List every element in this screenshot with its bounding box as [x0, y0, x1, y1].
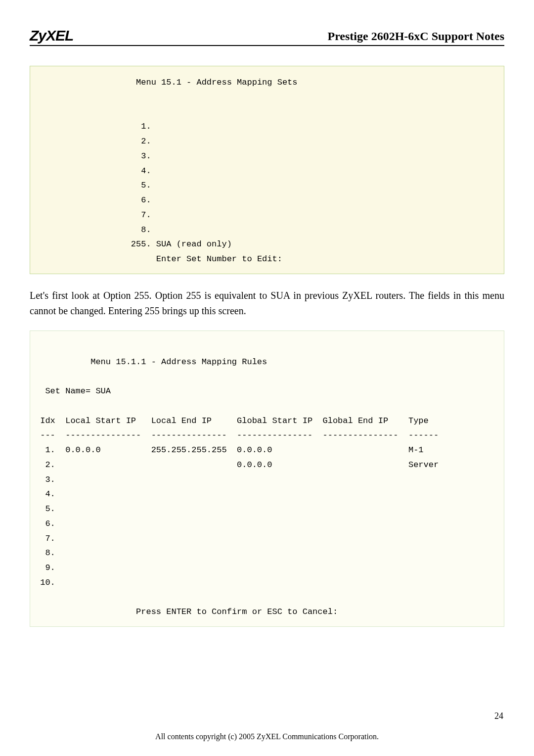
table-row: 1. 0.0.0.0 255.255.255.255 0.0.0.0 M-1	[40, 445, 423, 455]
table-header-row: Idx Local Start IP Local End IP Global S…	[40, 416, 429, 425]
terminal-title: Menu 15.1 - Address Mapping Sets	[136, 78, 297, 87]
table-row: 8.	[40, 548, 55, 558]
table-divider: --- --------------- --------------- ----…	[40, 430, 439, 440]
table-row: 9.	[40, 563, 55, 572]
terminal-title: Menu 15.1.1 - Address Mapping Rules	[90, 357, 267, 367]
logo: ZyXEL	[30, 27, 73, 44]
list-item: 5.	[141, 181, 151, 190]
table-row: 10.	[40, 578, 55, 587]
terminal-prompt: Press ENTER to Confirm or ESC to Cancel:	[136, 607, 338, 616]
set-name-label: Set Name= SUA	[45, 386, 111, 396]
footer-copyright: All contents copyright (c) 2005 ZyXEL Co…	[0, 732, 534, 741]
list-item: 8.	[141, 225, 151, 235]
terminal-menu-15-1-1: Menu 15.1.1 - Address Mapping Rules Set …	[30, 331, 504, 627]
page-number: 24	[494, 711, 503, 721]
document-title: Prestige 2602H-6xC Support Notes	[327, 30, 504, 44]
table-row: 5.	[40, 504, 55, 514]
list-item: 2.	[141, 137, 151, 146]
page-header: ZyXEL Prestige 2602H-6xC Support Notes	[30, 27, 504, 46]
terminal-menu-15-1: Menu 15.1 - Address Mapping Sets 1. 2. 3…	[30, 66, 504, 274]
list-item: 6.	[141, 195, 151, 205]
table-row: 2. 0.0.0.0 Server	[40, 460, 439, 470]
terminal-prompt: Enter Set Number to Edit:	[156, 254, 282, 264]
table-row: 6.	[40, 519, 55, 528]
list-item: 1.	[141, 122, 151, 131]
list-item: 7.	[141, 210, 151, 220]
list-item-255: 255. SUA (read only)	[131, 239, 232, 249]
list-item: 4.	[141, 166, 151, 176]
list-item: 3.	[141, 151, 151, 161]
table-row: 3.	[40, 475, 55, 484]
table-row: 4.	[40, 489, 55, 499]
paragraph: Let's first look at Option 255. Option 2…	[30, 288, 504, 319]
table-row: 7.	[40, 534, 55, 543]
